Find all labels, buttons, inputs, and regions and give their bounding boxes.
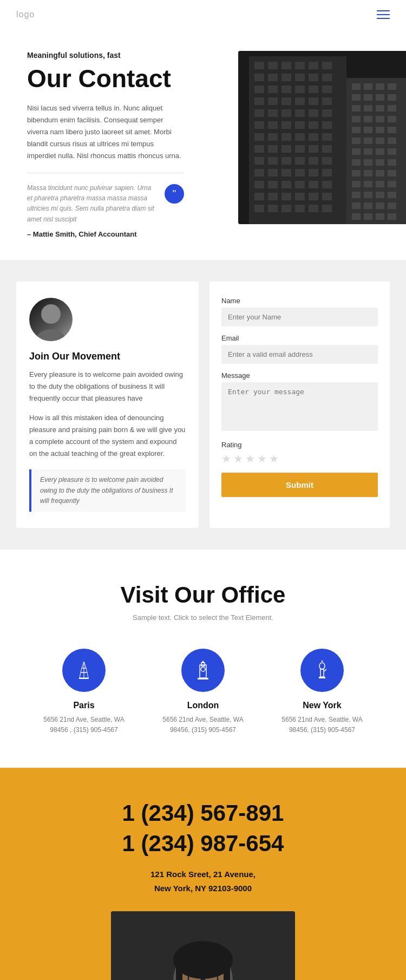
logo: logo xyxy=(16,10,35,19)
rating-label: Rating xyxy=(221,441,378,449)
svg-point-134 xyxy=(36,329,66,341)
blockquote-box: Every pleasure is to welcome pain avoide… xyxy=(29,469,186,512)
join-card: Join Our Movement Every pleasure is to w… xyxy=(16,282,199,528)
person-image xyxy=(111,911,295,980)
email-label: Email xyxy=(221,334,378,342)
hero-quote-text: Massa tincidunt nunc pulvinar sapien. Ur… xyxy=(27,183,158,225)
message-form-group: Message xyxy=(221,371,378,433)
svg-marker-142 xyxy=(201,661,205,663)
join-desc1: Every pleasure is to welcome pain avoide… xyxy=(29,369,186,404)
paris-icon xyxy=(62,649,106,692)
svg-rect-141 xyxy=(201,663,205,666)
newyork-city: New York xyxy=(273,701,371,710)
london-icon xyxy=(181,649,225,692)
svg-point-143 xyxy=(201,667,205,671)
star-5[interactable]: ★ xyxy=(269,452,279,465)
hero-quote: Massa tincidunt nunc pulvinar sapien. Ur… xyxy=(27,183,184,225)
blockquote-text: Every pleasure is to welcome pain avoide… xyxy=(40,475,177,506)
contact-yellow-section: 1 (234) 567-891 1 (234) 987-654 121 Rock… xyxy=(0,768,406,980)
svg-rect-157 xyxy=(176,955,182,980)
contact-address: 121 Rock Sreet, 21 Avenue,New York, NY 9… xyxy=(16,867,390,895)
svg-rect-138 xyxy=(79,678,89,679)
offices-list: Paris 5656 21nd Ave, Seattle, WA 98456 ,… xyxy=(16,649,390,735)
quote-icon: " xyxy=(165,184,184,204)
hero-left: Meaningful solutions, fast Our Contact N… xyxy=(27,51,390,238)
offices-section: Visit Our Office Sample text. Click to s… xyxy=(0,550,406,768)
phone-number-2: 1 (234) 987-654 xyxy=(16,831,390,857)
svg-rect-146 xyxy=(320,669,324,677)
join-form-section: Join Our Movement Every pleasure is to w… xyxy=(0,260,406,550)
office-paris: Paris 5656 21nd Ave, Seattle, WA 98456 ,… xyxy=(35,649,133,735)
star-2[interactable]: ★ xyxy=(233,452,243,465)
paris-city: Paris xyxy=(35,701,133,710)
message-label: Message xyxy=(221,371,378,380)
offices-subtitle: Sample text. Click to select the Text El… xyxy=(16,613,390,622)
star-1[interactable]: ★ xyxy=(221,452,231,465)
star-4[interactable]: ★ xyxy=(257,452,267,465)
london-address: 5656 21nd Ave, Seattle, WA 98456, (315) … xyxy=(154,715,252,735)
hero-section: Meaningful solutions, fast Our Contact N… xyxy=(0,29,406,260)
office-newyork: New York 5656 21nd Ave, Seattle, WA 9845… xyxy=(273,649,371,735)
svg-point-145 xyxy=(319,663,325,669)
email-form-group: Email xyxy=(221,334,378,364)
contact-form-card: Name Email Message Rating ★ ★ ★ ★ ★ Subm… xyxy=(209,282,390,528)
join-desc2: How is all this mistaken idea of denounc… xyxy=(29,412,186,460)
hero-title: Our Contact xyxy=(27,65,379,93)
offices-title: Visit Our Office xyxy=(16,582,390,608)
section2-inner: Join Our Movement Every pleasure is to w… xyxy=(16,282,390,528)
svg-point-133 xyxy=(41,304,61,324)
svg-rect-149 xyxy=(319,677,325,678)
message-input[interactable] xyxy=(221,382,378,431)
name-input[interactable] xyxy=(221,308,378,326)
hero-divider xyxy=(27,173,184,173)
hero-description: Nisi lacus sed viverra tellus in. Nunc a… xyxy=(27,102,184,162)
star-3[interactable]: ★ xyxy=(245,452,255,465)
email-input[interactable] xyxy=(221,345,378,364)
phone-number-1: 1 (234) 567-891 xyxy=(16,800,390,826)
svg-rect-144 xyxy=(198,678,208,680)
header: logo xyxy=(0,0,406,29)
office-london: London 5656 21nd Ave, Seattle, WA 98456,… xyxy=(154,649,252,735)
star-rating[interactable]: ★ ★ ★ ★ ★ xyxy=(221,452,378,465)
name-form-group: Name xyxy=(221,297,378,326)
svg-marker-147 xyxy=(321,661,323,662)
svg-rect-158 xyxy=(224,955,230,980)
join-title: Join Our Movement xyxy=(29,351,186,362)
svg-line-148 xyxy=(324,669,326,671)
submit-button[interactable]: Submit xyxy=(221,473,378,497)
newyork-address: 5656 21nd Ave, Seattle, WA 98456, (315) … xyxy=(273,715,371,735)
avatar xyxy=(29,298,73,341)
quote-mark: " xyxy=(173,188,176,200)
london-city: London xyxy=(154,701,252,710)
hamburger-menu[interactable] xyxy=(377,10,390,19)
hero-subtitle: Meaningful solutions, fast xyxy=(27,51,379,60)
name-label: Name xyxy=(221,297,378,305)
newyork-icon xyxy=(300,649,344,692)
paris-address: 5656 21nd Ave, Seattle, WA 98456 , (315)… xyxy=(35,715,133,735)
hero-author: – Mattie Smith, Chief Accountant xyxy=(27,230,379,238)
